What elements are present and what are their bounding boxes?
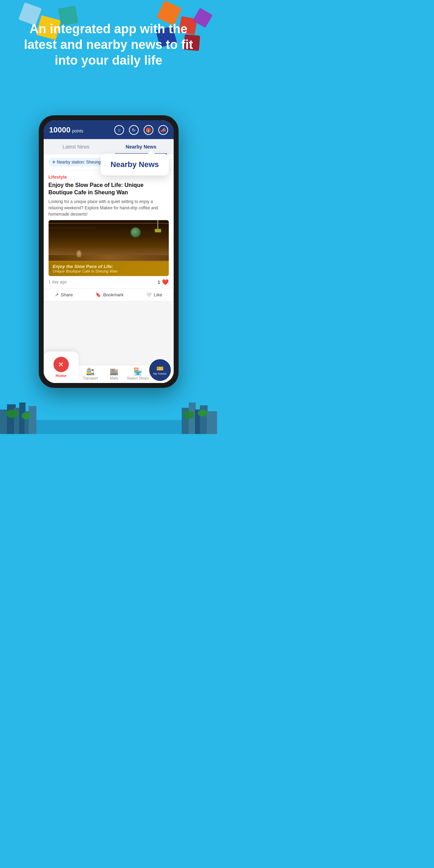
article-image-title: Enjoy the Slow Pace of Life: bbox=[53, 264, 165, 269]
points-number: 10000 bbox=[49, 125, 71, 134]
bottom-nav: ✕ Home 🚉 Transport 🏬 Malls 🏪 bbox=[44, 365, 174, 383]
nav-item-station-shops[interactable]: 🏪 Station Shops bbox=[126, 367, 150, 380]
share-icon: ↗ bbox=[55, 292, 59, 297]
my-tickets-label: My Tickets bbox=[153, 372, 167, 375]
article-description: Looking for a unique place with a quiet … bbox=[49, 198, 169, 217]
article-image-overlay: Enjoy the Slow Pace of Life: Unique Bout… bbox=[49, 261, 169, 276]
location-icon: ✈ bbox=[52, 160, 56, 165]
svg-rect-11 bbox=[207, 411, 217, 434]
star-icon[interactable]: ☆ bbox=[114, 125, 124, 135]
svg-point-14 bbox=[183, 411, 194, 419]
bookmark-button[interactable]: 🔖 Bookmark bbox=[95, 292, 124, 297]
svg-point-12 bbox=[6, 410, 19, 418]
likes-count: 1 bbox=[158, 280, 160, 285]
hero-text: An integrated app with the latest and ne… bbox=[0, 21, 217, 68]
nav-item-home[interactable]: ✕ Home bbox=[44, 352, 79, 383]
article-time: 1 day ago bbox=[49, 280, 67, 284]
article-title: Enjoy the Slow Pace of Life: Unique Bout… bbox=[49, 182, 169, 196]
phone-mockup: 10000 points ☆ ↻ 🎁 📣 Latest News Nearby … bbox=[39, 115, 179, 388]
header-icons: ☆ ↻ 🎁 📣 bbox=[114, 125, 168, 135]
article-likes: 1 ❤️ bbox=[158, 279, 168, 285]
station-shops-icon: 🏪 bbox=[133, 367, 142, 376]
share-button[interactable]: ↗ Share bbox=[55, 292, 73, 297]
nearby-news-popup: Nearby News bbox=[101, 154, 168, 175]
points-label: points bbox=[72, 129, 83, 133]
station-shops-label: Station Shops bbox=[127, 376, 149, 380]
nav-item-malls[interactable]: 🏬 Malls bbox=[102, 367, 126, 380]
phone-header: 10000 points ☆ ↻ 🎁 📣 bbox=[44, 120, 174, 139]
heart-icon: ❤️ bbox=[162, 279, 169, 285]
my-tickets-icon: 🎫 bbox=[157, 365, 164, 372]
malls-label: Malls bbox=[110, 376, 118, 380]
bookmark-icon: 🔖 bbox=[95, 292, 101, 297]
gift-icon[interactable]: 🎁 bbox=[144, 125, 153, 135]
like-icon: 🤍 bbox=[146, 292, 152, 297]
article-image-subtitle: Unique Boutique Cafe in Sheung Wan bbox=[53, 269, 165, 273]
transport-icon: 🚉 bbox=[86, 367, 95, 376]
cityscape bbox=[0, 392, 217, 434]
my-tickets-button[interactable]: 🎫 My Tickets bbox=[149, 359, 171, 381]
malls-icon: 🏬 bbox=[110, 367, 118, 376]
nearby-popup-text: Nearby News bbox=[110, 160, 159, 169]
home-icon: ✕ bbox=[53, 357, 69, 372]
home-label: Home bbox=[56, 374, 66, 378]
transport-label: Transport bbox=[83, 376, 97, 380]
svg-point-15 bbox=[198, 410, 208, 417]
megaphone-icon[interactable]: 📣 bbox=[158, 125, 168, 135]
tab-nearby-news[interactable]: Nearby News bbox=[109, 139, 174, 154]
article-image: Enjoy the Slow Pace of Life: Unique Bout… bbox=[49, 220, 169, 276]
nav-item-transport[interactable]: 🚉 Transport bbox=[79, 367, 102, 380]
tab-latest-news[interactable]: Latest News bbox=[44, 139, 109, 154]
svg-rect-6 bbox=[29, 406, 36, 434]
points-display: 10000 points bbox=[49, 125, 84, 135]
like-button[interactable]: 🤍 Like bbox=[146, 292, 162, 297]
article: Lifestyle Enjoy the Slow Pace of Life: U… bbox=[44, 170, 174, 276]
article-meta: 1 day ago 1 ❤️ bbox=[44, 276, 174, 289]
content-area: ✈ Nearby station: Sheung Wan Other stati… bbox=[44, 154, 174, 383]
refresh-icon[interactable]: ↻ bbox=[129, 125, 139, 135]
phone-screen: 10000 points ☆ ↻ 🎁 📣 Latest News Nearby … bbox=[44, 120, 174, 383]
article-actions: ↗ Share 🔖 Bookmark 🤍 Like bbox=[44, 289, 174, 301]
svg-point-13 bbox=[21, 412, 31, 419]
